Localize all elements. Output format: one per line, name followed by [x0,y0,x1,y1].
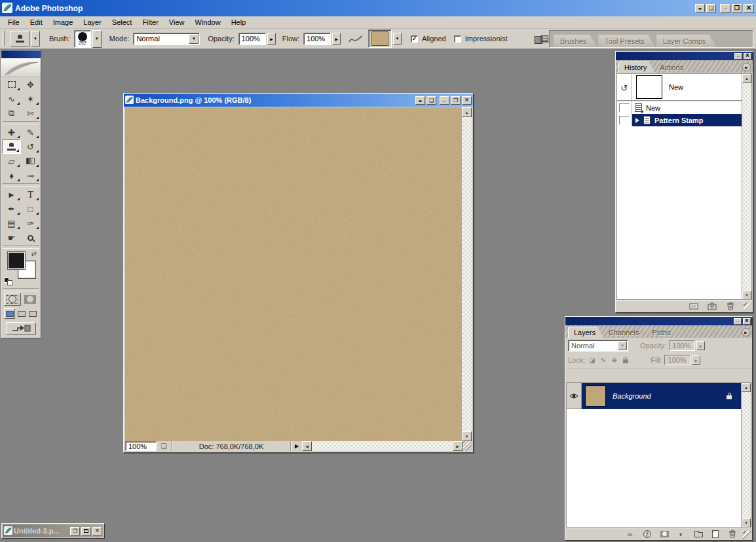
default-colors-button[interactable] [4,278,13,285]
mini-close-button[interactable]: × [92,527,102,535]
opacity-field[interactable]: 100% [238,33,266,45]
minimize-button[interactable]: _ [720,4,730,13]
move-tool[interactable]: ✥ [21,77,40,92]
lock-transparency-icon[interactable]: ◪ [588,356,596,365]
pattern-stamp-tool[interactable] [2,139,21,154]
doc-maximize-button[interactable]: ❐ [451,96,461,105]
lock-all-icon[interactable] [621,356,630,365]
zoom-tool[interactable] [21,230,40,245]
scrollbar-track[interactable] [742,83,751,291]
add-layer-mask-button[interactable] [658,530,670,539]
horizontal-scrollbar-track[interactable] [312,441,453,451]
history-brush-source-well[interactable]: ↺ [617,74,632,101]
new-snapshot-button[interactable] [706,302,718,311]
opacity-slider-button[interactable]: ▶ [696,341,705,350]
history-brush-source-well[interactable] [617,114,632,126]
doc-prev-next-button[interactable]: ◂▸ [415,96,425,105]
adobe-feather-logo[interactable] [1,58,41,77]
tool-preset-dropdown-button[interactable]: ▼ [31,31,40,46]
tab-history[interactable]: History [618,62,654,73]
titlebar-prev-next-button[interactable]: ◂▸ [695,4,705,12]
delete-state-button[interactable] [725,302,736,311]
hand-tool[interactable]: ☛ [2,230,21,245]
notes-tool[interactable]: ▤ [2,216,21,230]
toolbox-titlebar[interactable] [1,50,41,58]
quick-mask-mode-button[interactable] [22,293,38,306]
eyedropper-tool[interactable]: ✑ [21,216,40,230]
layer-visibility-toggle[interactable] [567,383,582,409]
mini-maximize-button[interactable] [81,527,91,535]
app-titlebar[interactable]: Adobe Photoshop ◂▸ ❏ _ ❐ × [0,0,756,16]
new-layer-button[interactable] [709,530,721,539]
menu-layer[interactable]: Layer [78,17,107,27]
lock-image-icon[interactable]: ✎ [599,356,607,365]
scrollbar-track[interactable] [462,117,472,431]
scroll-down-button[interactable]: ▼ [462,431,472,441]
gradient-tool[interactable] [21,154,40,168]
menu-select[interactable]: Select [107,17,138,27]
lasso-tool[interactable]: ∿ [2,92,21,106]
window-resize-grip[interactable] [463,441,472,451]
brush-tool[interactable]: ✎ [21,125,40,139]
scroll-up-button[interactable]: ▲ [742,383,751,392]
tab-actions[interactable]: Actions [654,62,691,73]
doc-shortcut-button[interactable]: ❏ [426,96,436,105]
palette-well-tab-tool-presets[interactable]: Tool Presets [598,35,655,47]
path-selection-tool[interactable]: ► [2,187,21,202]
tab-layers[interactable]: Layers [568,327,603,338]
scroll-up-button[interactable]: ▲ [742,74,751,83]
panel-close-button[interactable]: × [743,318,751,325]
layer-fill-field[interactable]: 100% [664,355,690,365]
pattern-dropdown-button[interactable]: ▼ [393,33,402,45]
fullscreen-menubar-mode-button[interactable] [16,308,26,319]
dodge-tool[interactable]: ⊸ [21,168,40,183]
history-panel-titlebar[interactable]: _ × [616,52,753,60]
palette-well-tab-layer-comps[interactable]: Layer Comps [656,35,716,47]
rectangular-marquee-tool[interactable] [2,77,21,92]
scrollbar-track[interactable] [742,392,751,518]
pattern-picker[interactable] [368,29,392,48]
history-brush-source-well[interactable] [617,101,632,114]
new-document-from-state-button[interactable] [688,302,700,311]
fill-slider-button[interactable]: ▶ [692,355,700,365]
history-state-row[interactable]: New [617,101,742,114]
eraser-tool[interactable]: ▱ [2,154,21,168]
flow-field[interactable]: 100% [303,33,331,45]
layers-scrollbar[interactable]: ▲ ▼ [741,383,751,528]
palette-well-tab-brushes[interactable]: Brushes [554,35,597,47]
blur-tool[interactable]: ♦ [2,168,21,183]
mode-dropdown-button[interactable]: ▼ [189,34,198,44]
layer-opacity-field[interactable]: 100% [669,340,695,351]
mode-select[interactable]: Normal ▼ [133,33,200,45]
options-bar-grip[interactable] [3,31,5,46]
doc-minimize-button[interactable]: _ [440,96,449,105]
menu-view[interactable]: View [164,17,190,27]
menu-window[interactable]: Window [190,17,226,27]
history-snapshot-row[interactable]: ↺ New [617,74,742,101]
impressionist-checkbox[interactable] [454,35,461,43]
delete-layer-button[interactable] [727,530,738,539]
document-titlebar[interactable]: Background.png @ 100% (RGB/8) ◂▸ ❏ _ ❐ × [124,94,473,107]
layers-panel-titlebar[interactable]: _ × [565,317,752,325]
tab-channels[interactable]: Channels [603,327,647,338]
status-menu-button[interactable]: ▶ [292,441,302,451]
titlebar-shortcut-button[interactable]: ❏ [706,4,716,12]
zoom-percent-field[interactable]: 100% [125,441,157,451]
link-layers-button[interactable]: ∞ [624,530,636,539]
rectangle-tool[interactable]: □ [21,202,40,216]
layer-style-button[interactable]: ƒ [641,530,653,539]
blend-mode-select[interactable]: Normal ▼ [568,340,628,352]
maximize-button[interactable]: ❐ [732,4,742,13]
slice-tool[interactable]: ✄ [21,106,40,120]
magic-wand-tool[interactable]: ✶ [21,92,40,106]
crop-tool[interactable]: ⧉ [2,106,21,120]
healing-brush-tool[interactable]: ✚ [2,125,21,139]
jump-to-imageready-button[interactable] [6,322,36,334]
lock-position-icon[interactable]: ✥ [610,356,618,365]
fullscreen-mode-button[interactable] [28,308,38,319]
type-tool[interactable]: T [21,187,40,202]
scroll-left-button[interactable]: ◀ [302,441,312,451]
layers-panel-menu-button[interactable]: ▶ [742,328,750,336]
scroll-down-button[interactable]: ▼ [742,518,751,528]
menu-edit[interactable]: Edit [25,17,48,27]
